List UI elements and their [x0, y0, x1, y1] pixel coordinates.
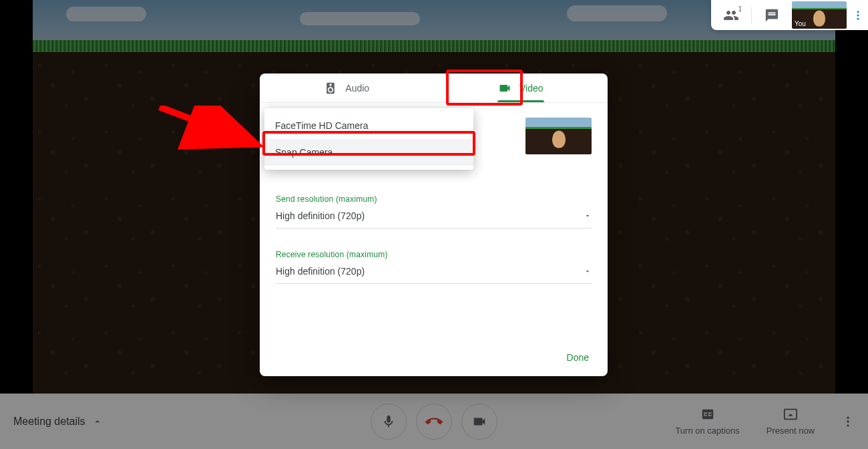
svg-point-0: [857, 11, 859, 13]
receive-resolution-label: Receive resolution (maximum): [276, 250, 592, 259]
receive-resolution-select[interactable]: High definition (720p): [276, 261, 592, 284]
dropdown-arrow-icon: [584, 267, 592, 275]
self-video-more-button[interactable]: [848, 9, 868, 21]
camera-option-facetime[interactable]: FaceTime HD Camera: [264, 112, 473, 139]
chat-icon: [765, 8, 779, 23]
tab-video-label: Video: [519, 83, 544, 94]
top-right-panel: 1 You: [711, 0, 868, 30]
done-button[interactable]: Done: [567, 352, 589, 363]
participant-count-badge: 1: [738, 5, 742, 13]
send-resolution-select[interactable]: High definition (720p): [276, 205, 592, 229]
dropdown-arrow-icon: [584, 212, 592, 220]
chat-button[interactable]: [752, 0, 792, 30]
bottom-bar-overlay: [0, 394, 868, 449]
speaker-icon: [324, 82, 337, 95]
self-video-thumbnail[interactable]: You: [792, 1, 847, 29]
tab-audio-label: Audio: [345, 83, 369, 94]
svg-point-2: [857, 17, 859, 19]
send-resolution-value: High definition (720p): [276, 210, 365, 221]
receive-resolution-value: High definition (720p): [276, 266, 365, 277]
participants-button[interactable]: 1: [711, 0, 751, 30]
people-icon: [723, 7, 739, 23]
tab-audio[interactable]: Audio: [260, 73, 434, 102]
camera-preview: [525, 118, 592, 154]
self-label: You: [795, 20, 806, 27]
svg-point-1: [857, 14, 859, 16]
camera-option-snap[interactable]: Snap Camera: [264, 139, 473, 166]
settings-tabs: Audio Video: [260, 73, 608, 103]
videocam-icon: [498, 82, 511, 95]
send-resolution-label: Send resolution (maximum): [276, 194, 592, 204]
camera-dropdown: FaceTime HD Camera Snap Camera: [264, 108, 473, 170]
more-vert-icon: [852, 9, 864, 21]
tab-video[interactable]: Video: [434, 73, 608, 102]
